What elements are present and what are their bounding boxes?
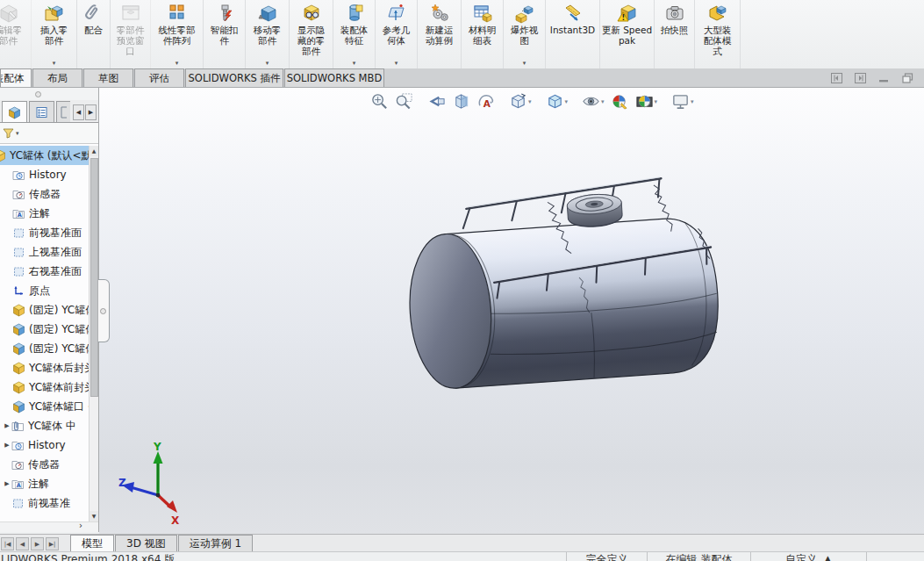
- tab-scroll-prev-button[interactable]: ◀: [16, 537, 29, 550]
- smart-fasteners-button[interactable]: 智能扣件: [204, 0, 246, 68]
- apply-scene-icon: [635, 92, 654, 111]
- tab-propertymanager[interactable]: [29, 101, 54, 122]
- tree-item[interactable]: ▶传感器: [0, 455, 98, 474]
- instant3d-button[interactable]: Instant3D: [546, 0, 600, 68]
- tab-scroll-next-button[interactable]: ▶: [31, 537, 44, 550]
- tree-item-root[interactable]: YC罐体 (默认<默: [0, 146, 98, 165]
- dropdown-arrow-icon: ▾: [523, 61, 526, 67]
- scrollbar-thumb[interactable]: [90, 158, 98, 397]
- mate-button[interactable]: 配合: [77, 0, 111, 68]
- plane-icon: [12, 226, 25, 240]
- assembly-icon: [0, 148, 6, 162]
- tab-scroll-first-button[interactable]: |◀: [1, 537, 14, 550]
- dropdown-arrow-icon: ▾: [353, 61, 356, 67]
- display-style-button[interactable]: ▾: [544, 90, 570, 112]
- update-speedpak-button[interactable]: ! 更新 Speedpak: [600, 0, 655, 68]
- scroll-down-arrow[interactable]: ▼: [90, 511, 98, 521]
- scroll-up-arrow[interactable]: ▲: [90, 146, 98, 156]
- filter-dropdown-arrow-icon[interactable]: ▾: [16, 130, 19, 137]
- tree-overflow-chevron[interactable]: ›: [79, 521, 82, 530]
- status-bar: LIDWORKS Premium 2018 x64 版 完全定义 在编辑 装配体…: [0, 551, 924, 561]
- hide-show-items-button[interactable]: ▾: [580, 90, 606, 112]
- section-view-button[interactable]: [450, 90, 472, 112]
- tank-3d-model: Z Y X: [99, 88, 924, 534]
- apply-scene-button[interactable]: ▾: [634, 90, 660, 112]
- assembly-features-button[interactable]: 装配体特征 ▾: [333, 0, 376, 68]
- tab-evaluate[interactable]: 评估: [134, 68, 184, 87]
- panel-tabs-scroll-right-button[interactable]: ▶: [85, 104, 97, 120]
- linear-component-pattern-button[interactable]: 线性零部件阵列 ▾: [151, 0, 204, 68]
- command-manager-toolbar: 编辑零部件 插入零部件 ▾ 配合 零部件预览窗口 线性零部件阵列 ▾ 智能扣件 …: [0, 0, 924, 68]
- tree-item[interactable]: ▶History: [0, 435, 98, 455]
- view-settings-button[interactable]: ▾: [670, 90, 696, 112]
- zoom-to-fit-button[interactable]: [369, 90, 390, 112]
- graphics-area[interactable]: Z Y X A ▾ ▾ ▾ ▾ ▾: [99, 88, 924, 534]
- tree-item[interactable]: ▶注解: [0, 474, 98, 493]
- component-preview-window-button[interactable]: 零部件预览窗口: [111, 0, 151, 68]
- tree-item[interactable]: ▶YC罐体 中: [0, 416, 98, 435]
- tree-item[interactable]: (固定) YC罐体: [0, 339, 98, 358]
- headsup-view-toolbar: A ▾ ▾ ▾ ▾ ▾: [369, 90, 696, 112]
- exploded-view-button[interactable]: 爆炸视图 ▾: [504, 0, 546, 68]
- tab-model[interactable]: 模型: [70, 535, 114, 551]
- pane-previous-icon[interactable]: [831, 73, 842, 83]
- tab-configurationmanager[interactable]: [56, 101, 70, 122]
- new-motion-study-button[interactable]: 新建运动算例: [418, 0, 462, 68]
- featuremanager-collapse-handle[interactable]: [98, 279, 110, 342]
- filter-funnel-icon[interactable]: [3, 127, 14, 139]
- section-view-icon: [452, 92, 470, 111]
- assembly-tree-icon: [8, 105, 21, 119]
- tree-item[interactable]: YC罐体罐口 <: [0, 397, 98, 416]
- tab-3d-views[interactable]: 3D 视图: [115, 535, 177, 551]
- large-assembly-mode-button[interactable]: 大型装配体模式: [695, 0, 741, 68]
- instant3d-icon: [562, 3, 584, 24]
- tab-solidworks-addins[interactable]: SOLIDWORKS 插件: [185, 68, 283, 87]
- tree-item[interactable]: (固定) YC罐体: [0, 320, 98, 339]
- reference-geometry-button[interactable]: 参考几何体 ▾: [376, 0, 418, 68]
- view-orientation-button[interactable]: ▾: [507, 90, 534, 112]
- edit-component-button[interactable]: 编辑零部件: [0, 0, 32, 68]
- tree-item[interactable]: ▶前视基准: [0, 493, 98, 513]
- view-settings-icon: [671, 92, 690, 111]
- zoom-to-area-button[interactable]: [393, 90, 415, 112]
- tree-item[interactable]: YC罐体前封头: [0, 378, 98, 397]
- tree-item[interactable]: 右视基准面: [0, 262, 98, 281]
- edit-component-icon: [0, 3, 19, 24]
- bill-of-materials-button[interactable]: 材料明细表: [462, 0, 504, 68]
- take-snapshot-button[interactable]: 拍快照: [655, 0, 695, 68]
- annotation-view-button[interactable]: A: [475, 90, 497, 112]
- tree-item[interactable]: (固定) YC罐体: [0, 300, 98, 320]
- panel-tabs-scroll-left-button[interactable]: ◀: [73, 104, 84, 120]
- tree-item[interactable]: 上视基准面: [0, 242, 98, 262]
- tree-item[interactable]: 前视基准面: [0, 223, 98, 242]
- tree-item[interactable]: YC罐体后封头: [0, 358, 98, 378]
- expand-arrow-icon[interactable]: ▶: [3, 480, 11, 487]
- tab-featuremanager-tree[interactable]: [2, 101, 27, 122]
- tab-motion-study-1[interactable]: 运动算例 1: [178, 535, 253, 551]
- insert-component-icon: [44, 3, 65, 24]
- expand-arrow-icon[interactable]: ▶: [3, 422, 11, 429]
- pane-next-icon[interactable]: [855, 73, 866, 83]
- study-tab-bar: |◀ ◀ ▶ ▶| 模型 3D 视图 运动算例 1: [0, 534, 924, 551]
- tab-assembly[interactable]: 装配体: [0, 68, 32, 87]
- tree-item[interactable]: 传感器: [0, 184, 98, 204]
- tree-scrollbar[interactable]: ▲ ▼: [89, 146, 98, 521]
- move-component-button[interactable]: 移动零部件 ▾: [246, 0, 290, 68]
- zoom-to-fit-icon: [370, 92, 389, 111]
- tab-sketch[interactable]: 草图: [83, 68, 133, 87]
- tree-item[interactable]: 原点: [0, 281, 98, 300]
- insert-component-button[interactable]: 插入零部件 ▾: [32, 0, 77, 68]
- tab-scroll-last-button[interactable]: ▶|: [46, 537, 59, 550]
- tab-layout[interactable]: 布局: [32, 68, 82, 87]
- expand-arrow-icon[interactable]: ▶: [3, 442, 11, 449]
- minimize-icon[interactable]: [878, 73, 890, 83]
- previous-view-button[interactable]: [426, 90, 448, 112]
- tree-item[interactable]: 注解: [0, 204, 98, 223]
- tree-item[interactable]: History: [0, 165, 98, 184]
- tab-solidworks-mbd[interactable]: SOLIDWORKS MBD: [284, 68, 384, 87]
- restore-icon[interactable]: [902, 73, 913, 83]
- custom-status-control[interactable]: 自定义 ▲: [750, 552, 866, 561]
- panel-splitter[interactable]: [0, 88, 98, 100]
- edit-appearance-button[interactable]: [609, 90, 631, 112]
- show-hidden-components-button[interactable]: 显示隐藏的零部件: [290, 0, 333, 68]
